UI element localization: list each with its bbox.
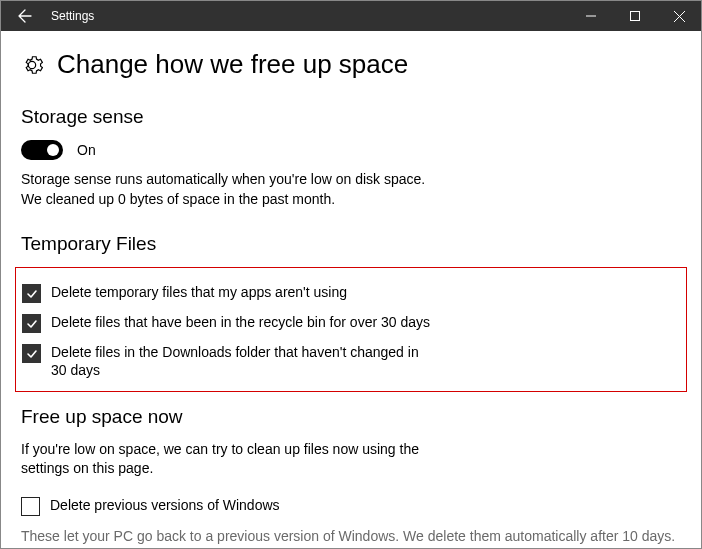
toggle-label: On bbox=[77, 142, 96, 158]
checkmark-icon bbox=[26, 288, 38, 300]
toggle-thumb bbox=[47, 144, 59, 156]
titlebar: Settings bbox=[1, 1, 701, 31]
free-up-section: Free up space now If you're low on space… bbox=[21, 406, 681, 547]
back-button[interactable] bbox=[5, 1, 45, 31]
temp-files-option-2: Delete files that have been in the recyc… bbox=[22, 308, 680, 338]
checkbox-label: Delete previous versions of Windows bbox=[50, 496, 280, 514]
checkbox-label: Delete temporary files that my apps aren… bbox=[51, 283, 347, 301]
temp-files-option-1: Delete temporary files that my apps aren… bbox=[22, 278, 680, 308]
temp-files-option-3: Delete files in the Downloads folder tha… bbox=[22, 338, 680, 384]
storage-sense-toggle-row: On bbox=[21, 140, 681, 160]
storage-sense-heading: Storage sense bbox=[21, 106, 681, 128]
minimize-icon bbox=[586, 11, 596, 21]
free-up-description: If you're low on space, we can try to cl… bbox=[21, 440, 441, 479]
temporary-files-heading: Temporary Files bbox=[21, 233, 681, 255]
checkbox-previous-windows[interactable] bbox=[21, 497, 40, 516]
free-up-footnote: These let your PC go back to a previous … bbox=[21, 527, 681, 547]
content-area: Change how we free up space Storage sens… bbox=[1, 31, 701, 549]
close-button[interactable] bbox=[657, 1, 701, 31]
minimize-button[interactable] bbox=[569, 1, 613, 31]
checkbox-label: Delete files in the Downloads folder tha… bbox=[51, 343, 431, 379]
maximize-button[interactable] bbox=[613, 1, 657, 31]
svg-rect-1 bbox=[631, 12, 640, 21]
checkmark-icon bbox=[26, 318, 38, 330]
close-icon bbox=[674, 11, 685, 22]
checkbox-temp-apps[interactable] bbox=[22, 284, 41, 303]
checkbox-recycle-bin[interactable] bbox=[22, 314, 41, 333]
storage-sense-description: Storage sense runs automatically when yo… bbox=[21, 170, 681, 209]
window-title: Settings bbox=[51, 9, 569, 23]
checkmark-icon bbox=[26, 348, 38, 360]
window-controls bbox=[569, 1, 701, 31]
highlight-box: Delete temporary files that my apps aren… bbox=[15, 267, 687, 391]
back-arrow-icon bbox=[17, 8, 33, 24]
checkbox-label: Delete files that have been in the recyc… bbox=[51, 313, 430, 331]
checkbox-downloads[interactable] bbox=[22, 344, 41, 363]
free-up-heading: Free up space now bbox=[21, 406, 681, 428]
storage-sense-toggle[interactable] bbox=[21, 140, 63, 160]
page-title: Change how we free up space bbox=[57, 49, 408, 80]
gear-icon bbox=[21, 54, 43, 76]
maximize-icon bbox=[630, 11, 640, 21]
page-header: Change how we free up space bbox=[21, 49, 681, 80]
delete-previous-windows-row: Delete previous versions of Windows bbox=[21, 491, 681, 521]
